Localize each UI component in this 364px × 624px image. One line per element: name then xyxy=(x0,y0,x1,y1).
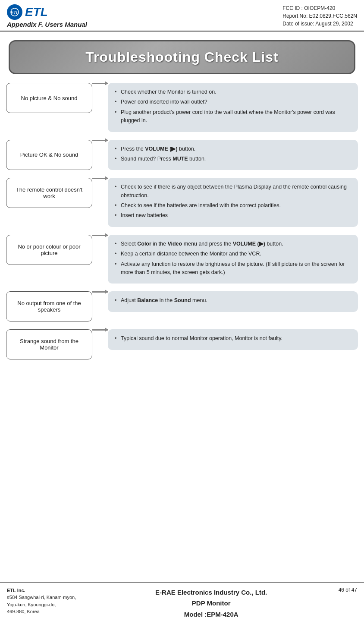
connector-3 xyxy=(92,178,108,179)
footer-company-name: ETL Inc. xyxy=(7,587,124,594)
connector-line-5 xyxy=(92,291,108,293)
desc-poor-colour: Select Color in the Video menu and press… xyxy=(108,235,358,284)
connector-line-2 xyxy=(92,140,108,141)
list-item: Keep a certain distance between the Moni… xyxy=(114,250,352,258)
page-number: 46 of 47 xyxy=(299,587,357,593)
connector-line-6 xyxy=(92,329,108,331)
connector-5 xyxy=(92,291,108,293)
page-footer: ETL Inc. #584 Sangwhal-ri, Kanam-myon, Y… xyxy=(0,582,364,624)
desc-picture-ok-no-sound: Press the VOLUME (▶) button. Sound muted… xyxy=(108,140,358,170)
list-item: Press the VOLUME (▶) button. xyxy=(114,145,352,153)
list-item: Plug another product's power cord into t… xyxy=(114,108,352,125)
desc-strange-sound: Typical sound due to normal Monitor oper… xyxy=(108,329,358,350)
troubleshoot-row-1: No picture & No sound Check whether the … xyxy=(6,83,358,132)
header-right: FCC ID : OIOEPM-420 Report No: E02.0829.… xyxy=(282,4,357,28)
page-title: Troubleshooting Check List xyxy=(20,49,344,65)
footer-model: Model :EPM-420A xyxy=(124,609,299,620)
label-remote-control: The remote control doesn't work xyxy=(6,178,92,208)
label-picture-ok-no-sound: Picture OK & No sound xyxy=(6,140,92,170)
connector-4 xyxy=(92,235,108,236)
connector-line-3 xyxy=(92,178,108,179)
etl-logo-circle: ETL xyxy=(7,4,22,20)
list-item: Insert new batteries xyxy=(114,211,352,220)
footer-right: 46 of 47 xyxy=(299,587,357,593)
appendix-label: Appendix F. Users Manual xyxy=(7,21,87,28)
troubleshoot-row-4: No or poor colour or poor picture Select… xyxy=(6,235,358,284)
desc-remote-control: Check to see if there is any object betw… xyxy=(108,178,358,227)
troubleshoot-row-3: The remote control doesn't work Check to… xyxy=(6,178,358,227)
page-header: ETL ETL Appendix F. Users Manual FCC ID … xyxy=(0,0,364,32)
label-no-output-speakers: No output from one of the speakers xyxy=(6,291,92,321)
list-item: Check to see if the batteries are instal… xyxy=(114,202,352,210)
list-item: Check whether the Monitor is turned on. xyxy=(114,88,352,96)
footer-address-1: #584 Sangwhal-ri, Kanam-myon, xyxy=(7,594,124,601)
list-item: Typical sound due to normal Monitor oper… xyxy=(114,334,352,343)
desc-no-output-speakers: Adjust Balance in the Sound menu. xyxy=(108,291,358,312)
svg-text:ETL: ETL xyxy=(11,10,19,15)
troubleshoot-row-5: No output from one of the speakers Adjus… xyxy=(6,291,358,321)
footer-left: ETL Inc. #584 Sangwhal-ri, Kanam-myon, Y… xyxy=(7,587,124,615)
footer-erae-company: E-RAE Electronics Industry Co., Ltd. xyxy=(124,587,299,598)
label-no-picture-no-sound: No picture & No sound xyxy=(6,83,92,113)
desc-no-picture-no-sound: Check whether the Monitor is turned on. … xyxy=(108,83,358,132)
label-poor-colour: No or poor colour or poor picture xyxy=(6,235,92,265)
footer-product: PDP Monitor xyxy=(124,598,299,609)
troubleshoot-row-6: Strange sound from the Monitor Typical s… xyxy=(6,329,358,359)
footer-address-2: Yoju-kun, Kyounggi-do, xyxy=(7,601,124,608)
footer-address-3: 469-880, Korea xyxy=(7,608,124,615)
list-item: Select Color in the Video menu and press… xyxy=(114,240,352,248)
label-strange-sound: Strange sound from the Monitor xyxy=(6,329,92,359)
connector-line-1 xyxy=(92,83,108,84)
footer-center: E-RAE Electronics Industry Co., Ltd. PDP… xyxy=(124,587,299,620)
header-left: ETL ETL Appendix F. Users Manual xyxy=(7,4,87,28)
report-no: Report No: E02.0829.FCC.562N xyxy=(282,12,357,20)
list-item: Activate any function to restore the bri… xyxy=(114,260,352,277)
main-content: No picture & No sound Check whether the … xyxy=(0,79,364,372)
list-item: Check to see if there is any object betw… xyxy=(114,183,352,200)
list-item: Adjust Balance in the Sound menu. xyxy=(114,296,352,305)
list-item: Power cord inserted into wall outlet? xyxy=(114,98,352,106)
connector-line-4 xyxy=(92,235,108,236)
troubleshoot-row-2: Picture OK & No sound Press the VOLUME (… xyxy=(6,140,358,170)
connector-2 xyxy=(92,140,108,141)
connector-1 xyxy=(92,83,108,84)
connector-6 xyxy=(92,329,108,331)
list-item: Sound muted? Press MUTE button. xyxy=(114,155,352,163)
fcc-id: FCC ID : OIOEPM-420 xyxy=(282,4,357,12)
logo-text: ETL xyxy=(25,5,48,19)
title-banner: Troubleshooting Check List xyxy=(9,40,355,74)
logo-area: ETL ETL xyxy=(7,4,48,20)
date-of-issue: Date of issue: August 29, 2002 xyxy=(282,20,357,28)
